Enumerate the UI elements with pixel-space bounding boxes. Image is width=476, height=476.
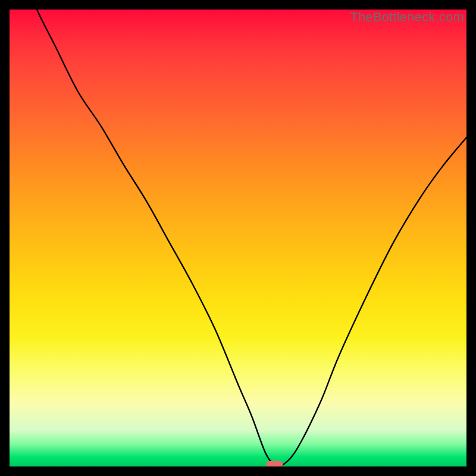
chart-svg [10,10,466,466]
minimum-marker [266,461,283,466]
watermark-text: TheBottleneck.com [350,10,464,25]
chart-frame: TheBottleneck.com [10,10,466,466]
bottleneck-curve [10,10,466,466]
